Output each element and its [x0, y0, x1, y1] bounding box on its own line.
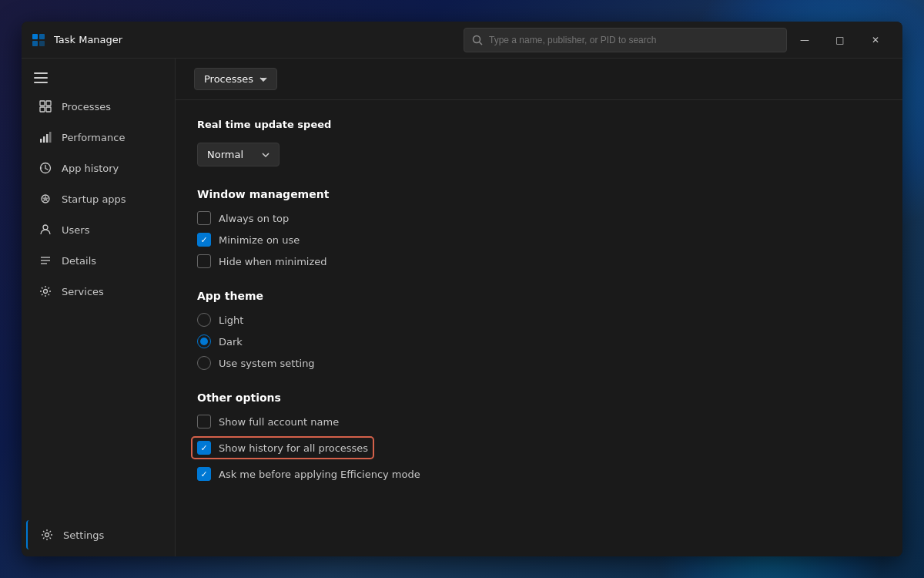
- theme-system-radio[interactable]: [197, 356, 211, 370]
- theme-dark-radio[interactable]: [197, 334, 211, 348]
- hide-when-minimized-row: Hide when minimized: [197, 254, 881, 268]
- svg-rect-9: [40, 101, 45, 106]
- window-management-title: Window management: [197, 188, 881, 200]
- svg-line-5: [480, 42, 483, 45]
- sidebar-item-details[interactable]: Details: [26, 246, 170, 275]
- theme-light-row: Light: [197, 313, 881, 327]
- theme-light-radio[interactable]: [197, 313, 211, 327]
- sidebar-item-startup-apps[interactable]: Startup apps: [26, 184, 170, 213]
- svg-rect-12: [46, 107, 51, 112]
- svg-rect-6: [34, 72, 48, 74]
- svg-point-19: [43, 225, 48, 230]
- show-full-account-label: Show full account name: [219, 416, 339, 428]
- show-full-account-row: Show full account name: [197, 415, 881, 428]
- sidebar-item-startup-apps-label: Startup apps: [62, 193, 126, 205]
- services-icon: [38, 284, 52, 298]
- theme-light-label: Light: [219, 314, 243, 326]
- window-body: Processes Performance: [22, 59, 902, 556]
- close-button[interactable]: ✕: [858, 28, 893, 52]
- settings-icon: [40, 528, 54, 542]
- settings-label: Settings: [63, 529, 104, 541]
- speed-dropdown-value: Normal: [207, 149, 243, 160]
- startup-apps-icon: [38, 192, 52, 206]
- minimize-button[interactable]: —: [787, 28, 822, 52]
- app-theme-section: App theme Light Dark Use system setting: [197, 290, 881, 370]
- svg-point-24: [45, 533, 49, 537]
- maximize-button[interactable]: □: [822, 28, 858, 52]
- show-history-all-label: Show history for all processes: [219, 442, 368, 454]
- show-history-highlighted-row: Show history for all processes: [191, 436, 374, 459]
- sidebar-item-processes-label: Processes: [62, 101, 111, 113]
- app-theme-title: App theme: [197, 290, 881, 302]
- svg-rect-10: [46, 101, 51, 106]
- window-management-section: Window management Always on top Minimize…: [197, 188, 881, 268]
- sidebar-item-app-history[interactable]: App history: [26, 153, 170, 183]
- svg-rect-14: [43, 136, 45, 143]
- task-manager-window: Task Manager — □ ✕: [22, 22, 902, 556]
- minimize-on-use-row: Minimize on use: [197, 233, 881, 247]
- main-content: Processes Real time update speed Normal: [176, 59, 902, 556]
- app-history-icon: [38, 161, 52, 175]
- svg-rect-2: [32, 41, 38, 46]
- ask-before-efficiency-label: Ask me before applying Efficiency mode: [219, 469, 420, 480]
- speed-dropdown[interactable]: Normal: [197, 143, 280, 166]
- theme-dark-row: Dark: [197, 334, 881, 348]
- processes-icon: [38, 99, 52, 113]
- svg-rect-0: [32, 34, 38, 39]
- sidebar-item-services[interactable]: Services: [26, 277, 170, 306]
- always-on-top-checkbox[interactable]: [197, 211, 211, 225]
- search-box[interactable]: [464, 28, 787, 52]
- svg-point-4: [474, 35, 480, 42]
- svg-rect-13: [40, 139, 42, 143]
- svg-rect-1: [39, 34, 45, 39]
- svg-rect-15: [46, 134, 49, 143]
- theme-system-label: Use system setting: [219, 358, 315, 369]
- real-time-section: Real time update speed Normal: [197, 119, 881, 166]
- minimize-on-use-label: Minimize on use: [219, 234, 300, 246]
- sidebar-item-performance-label: Performance: [62, 132, 125, 143]
- speed-chevron-icon: [262, 153, 270, 157]
- sidebar-bottom: Settings: [22, 519, 175, 550]
- theme-system-row: Use system setting: [197, 356, 881, 370]
- details-icon: [38, 254, 52, 267]
- svg-rect-3: [39, 41, 45, 46]
- hide-when-minimized-checkbox[interactable]: [197, 254, 211, 268]
- dropdown-chevron-icon: [259, 77, 267, 82]
- sidebar-item-settings[interactable]: Settings: [26, 520, 170, 549]
- processes-dropdown[interactable]: Processes: [194, 68, 277, 90]
- title-bar: Task Manager — □ ✕: [22, 22, 902, 59]
- window-controls: — □ ✕: [787, 28, 893, 52]
- ask-before-efficiency-checkbox[interactable]: [197, 467, 211, 481]
- other-options-section: Other options Show full account name Sho…: [197, 391, 881, 481]
- hamburger-button[interactable]: [22, 65, 175, 91]
- search-input[interactable]: [489, 35, 778, 45]
- real-time-label: Real time update speed: [197, 119, 881, 130]
- svg-rect-11: [40, 107, 45, 112]
- ask-before-efficiency-row: Ask me before applying Efficiency mode: [197, 467, 881, 481]
- sidebar-item-users-label: Users: [62, 224, 89, 236]
- hide-when-minimized-label: Hide when minimized: [219, 256, 327, 267]
- always-on-top-label: Always on top: [219, 213, 289, 224]
- svg-rect-7: [34, 77, 48, 79]
- svg-rect-16: [49, 132, 52, 143]
- sidebar-item-users[interactable]: Users: [26, 215, 170, 244]
- sidebar-item-processes[interactable]: Processes: [26, 92, 170, 121]
- search-icon: [472, 35, 483, 45]
- sidebar-item-performance[interactable]: Performance: [26, 123, 170, 152]
- always-on-top-row: Always on top: [197, 211, 881, 225]
- svg-rect-8: [34, 82, 48, 83]
- content-header: Processes: [176, 59, 902, 100]
- show-history-all-checkbox[interactable]: [197, 441, 211, 455]
- users-icon: [38, 223, 52, 237]
- sidebar-item-details-label: Details: [62, 255, 96, 267]
- performance-icon: [38, 130, 52, 144]
- sidebar-item-services-label: Services: [62, 286, 104, 297]
- show-full-account-checkbox[interactable]: [197, 415, 211, 428]
- minimize-on-use-checkbox[interactable]: [197, 233, 211, 247]
- sidebar-item-app-history-label: App history: [62, 163, 119, 174]
- app-icon: [31, 32, 46, 48]
- theme-dark-label: Dark: [219, 336, 243, 348]
- svg-point-23: [44, 290, 48, 294]
- processes-dropdown-label: Processes: [204, 73, 253, 85]
- window-title: Task Manager: [54, 34, 448, 45]
